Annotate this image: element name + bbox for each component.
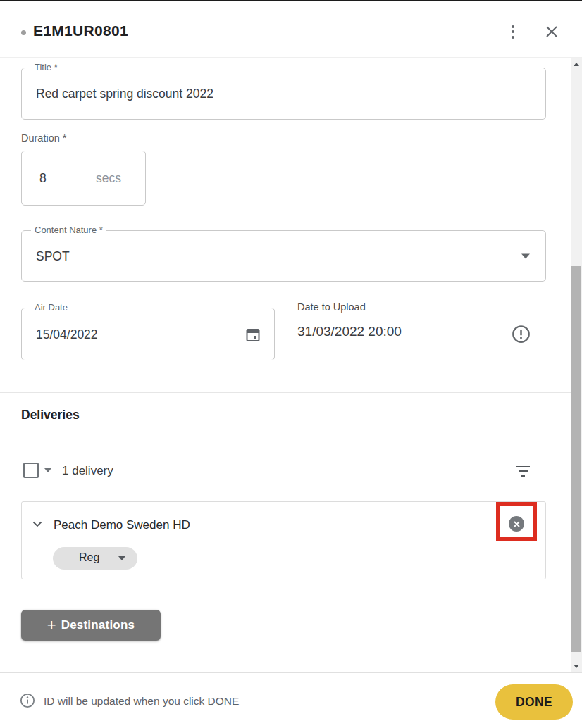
duration-value: 8	[39, 171, 47, 186]
filter-button[interactable]	[512, 460, 534, 482]
date-to-upload-label: Date to Upload	[297, 301, 366, 313]
scroll-down-icon	[574, 665, 579, 668]
content-nature-value: SPOT	[36, 249, 70, 263]
remove-delivery-button[interactable]	[509, 516, 524, 532]
section-divider	[0, 392, 571, 393]
footer-note: ID will be updated when you click DONE	[44, 695, 239, 708]
delivery-count-label: 1 delivery	[62, 464, 113, 478]
done-button[interactable]: DONE	[495, 684, 573, 720]
delivery-details-modal: E1M1UR0801 Title * Red carpet spring dis…	[0, 0, 582, 728]
chip-dropdown-icon	[118, 556, 125, 560]
air-date-field[interactable]: Air Date 15/04/2022	[21, 308, 275, 360]
version-chip[interactable]: Reg	[53, 547, 137, 570]
scroll-up-icon	[574, 63, 579, 66]
status-dot-icon	[21, 30, 26, 35]
modal-header: E1M1UR0801	[0, 1, 582, 58]
scrollbar-thumb[interactable]	[571, 266, 581, 652]
selection-dropdown-icon[interactable]	[44, 468, 51, 472]
delivery-name: Peach Demo Sweden HD	[54, 518, 190, 532]
close-button[interactable]	[540, 20, 564, 44]
content-nature-label: Content Nature *	[31, 225, 106, 235]
expand-chevron-icon[interactable]	[32, 521, 42, 527]
select-all-checkbox[interactable]	[23, 463, 39, 478]
kebab-icon	[512, 25, 514, 28]
air-date-value: 15/04/2022	[36, 327, 98, 341]
scroll-up-button[interactable]	[571, 58, 582, 70]
modal-footer: ID will be updated when you click DONE D…	[0, 672, 582, 728]
add-destinations-label: Destinations	[61, 618, 135, 632]
deliveries-heading: Deliveries	[21, 408, 80, 422]
scrollbar[interactable]	[571, 58, 582, 672]
warning-circle-icon[interactable]	[512, 325, 531, 344]
version-chip-label: Reg	[79, 551, 99, 564]
dropdown-arrow-icon	[521, 253, 530, 258]
scroll-down-button[interactable]	[571, 660, 582, 672]
air-date-label: Air Date	[31, 302, 71, 313]
duration-unit: secs	[96, 171, 121, 186]
close-circle-icon	[513, 520, 521, 528]
filter-icon	[516, 466, 530, 467]
title-field[interactable]: Title * Red carpet spring discount 2022	[21, 68, 546, 120]
calendar-icon[interactable]	[244, 326, 261, 343]
plus-icon: +	[47, 617, 56, 633]
duration-field[interactable]: 8 secs	[21, 151, 146, 206]
more-options-button[interactable]	[501, 20, 525, 44]
add-destinations-button[interactable]: + Destinations	[21, 610, 161, 641]
close-icon	[544, 24, 559, 39]
content-nature-select[interactable]: Content Nature * SPOT	[21, 230, 546, 282]
date-to-upload-value: 31/03/2022 20:00	[297, 324, 402, 339]
duration-label: Duration *	[21, 132, 66, 144]
info-icon	[20, 693, 35, 708]
title-field-label: Title *	[31, 62, 61, 73]
title-field-value: Red carpet spring discount 2022	[36, 87, 213, 101]
page-title: E1M1UR0801	[33, 23, 128, 39]
